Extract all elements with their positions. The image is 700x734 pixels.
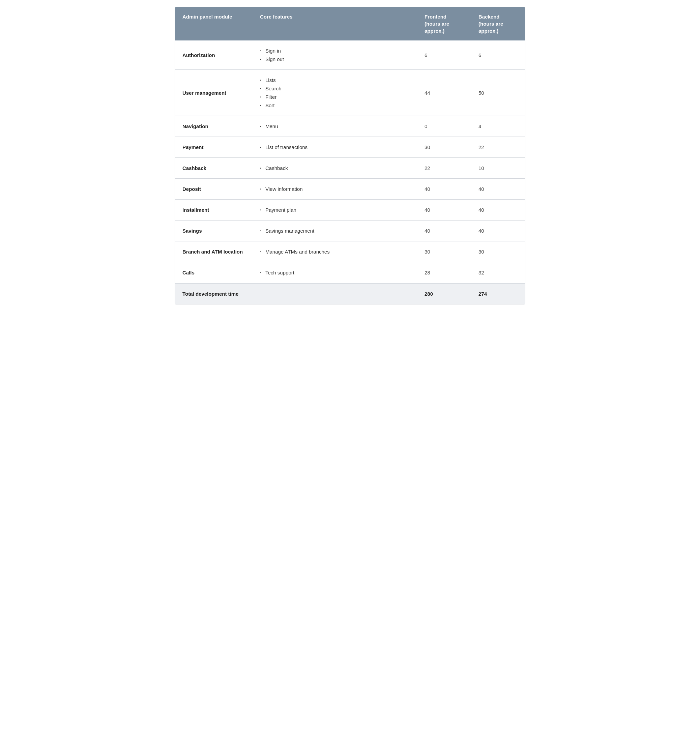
footer-empty xyxy=(253,283,417,304)
feature-item: Sign in xyxy=(260,48,410,54)
footer-frontend-total: 280 xyxy=(417,283,471,304)
footer-backend-total: 274 xyxy=(471,283,525,304)
cell-features: Manage ATMs and branches xyxy=(253,241,417,262)
cell-module: Savings xyxy=(175,221,253,241)
table-row: CallsTech support2832 xyxy=(175,262,525,284)
table-body: AuthorizationSign inSign out66User manag… xyxy=(175,40,525,283)
cell-module: Deposit xyxy=(175,179,253,200)
header-backend: Backend(hours are approx.) xyxy=(471,7,525,40)
table-row: DepositView information4040 xyxy=(175,179,525,200)
cell-backend: 30 xyxy=(471,241,525,262)
cell-backend: 22 xyxy=(471,137,525,158)
cell-backend: 40 xyxy=(471,179,525,200)
cell-module: Branch and ATM location xyxy=(175,241,253,262)
cell-frontend: 6 xyxy=(417,40,471,70)
feature-item: Manage ATMs and branches xyxy=(260,249,410,254)
feature-item: View information xyxy=(260,186,410,192)
header-frontend: Frontend(hours are approx.) xyxy=(417,7,471,40)
table-row: Branch and ATM locationManage ATMs and b… xyxy=(175,241,525,262)
cell-module: Calls xyxy=(175,262,253,284)
table-row: User managementListsSearchFilterSort4450 xyxy=(175,70,525,116)
cell-backend: 32 xyxy=(471,262,525,284)
table-row: SavingsSavings management4040 xyxy=(175,221,525,241)
cell-frontend: 44 xyxy=(417,70,471,116)
cell-features: ListsSearchFilterSort xyxy=(253,70,417,116)
cell-module: User management xyxy=(175,70,253,116)
cell-module: Navigation xyxy=(175,116,253,137)
cell-frontend: 30 xyxy=(417,137,471,158)
cell-features: Sign inSign out xyxy=(253,40,417,70)
table-row: CashbackCashback2210 xyxy=(175,158,525,179)
feature-item: Cashback xyxy=(260,165,410,171)
feature-item: Filter xyxy=(260,94,410,100)
cell-frontend: 40 xyxy=(417,179,471,200)
feature-item: Search xyxy=(260,85,410,91)
footer-label: Total development time xyxy=(175,283,253,304)
cell-features: View information xyxy=(253,179,417,200)
feature-item: Payment plan xyxy=(260,207,410,213)
cell-backend: 10 xyxy=(471,158,525,179)
cell-module: Cashback xyxy=(175,158,253,179)
cell-module: Installment xyxy=(175,200,253,221)
feature-item: List of transactions xyxy=(260,144,410,150)
feature-item: Sort xyxy=(260,103,410,108)
header-features: Core features xyxy=(253,7,417,40)
cell-frontend: 0 xyxy=(417,116,471,137)
feature-item: Menu xyxy=(260,124,410,129)
cell-features: Tech support xyxy=(253,262,417,284)
cell-features: Cashback xyxy=(253,158,417,179)
feature-item: Tech support xyxy=(260,270,410,275)
cell-frontend: 30 xyxy=(417,241,471,262)
cell-backend: 6 xyxy=(471,40,525,70)
header-module: Admin panel module xyxy=(175,7,253,40)
cell-backend: 50 xyxy=(471,70,525,116)
cell-backend: 4 xyxy=(471,116,525,137)
feature-item: Lists xyxy=(260,77,410,83)
feature-item: Sign out xyxy=(260,56,410,62)
admin-panel-table: Admin panel module Core features Fronten… xyxy=(175,7,525,304)
cell-features: List of transactions xyxy=(253,137,417,158)
cell-backend: 40 xyxy=(471,221,525,241)
cell-features: Savings management xyxy=(253,221,417,241)
table-row: NavigationMenu04 xyxy=(175,116,525,137)
table-row: AuthorizationSign inSign out66 xyxy=(175,40,525,70)
cell-features: Payment plan xyxy=(253,200,417,221)
table-header-row: Admin panel module Core features Fronten… xyxy=(175,7,525,40)
cell-backend: 40 xyxy=(471,200,525,221)
cell-features: Menu xyxy=(253,116,417,137)
cell-module: Authorization xyxy=(175,40,253,70)
cell-frontend: 22 xyxy=(417,158,471,179)
table-row: InstallmentPayment plan4040 xyxy=(175,200,525,221)
cell-frontend: 40 xyxy=(417,200,471,221)
table-footer-row: Total development time 280 274 xyxy=(175,283,525,304)
table-row: PaymentList of transactions3022 xyxy=(175,137,525,158)
main-table-container: Admin panel module Core features Fronten… xyxy=(175,7,525,304)
cell-frontend: 40 xyxy=(417,221,471,241)
cell-frontend: 28 xyxy=(417,262,471,284)
cell-module: Payment xyxy=(175,137,253,158)
feature-item: Savings management xyxy=(260,228,410,234)
